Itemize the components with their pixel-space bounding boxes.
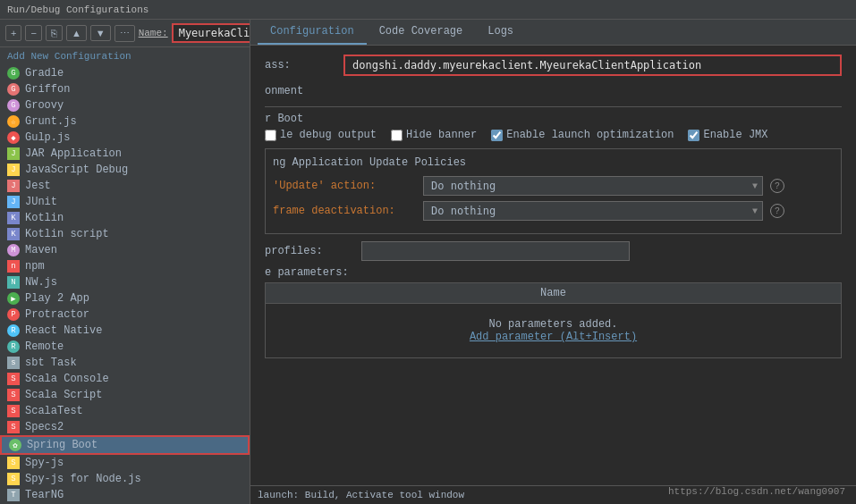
sidebar-item-kotlin[interactable]: KKotlin — [0, 210, 250, 226]
icon-maven: M — [7, 244, 20, 256]
update-action-help[interactable]: ? — [770, 179, 784, 193]
tab-logs[interactable]: Logs — [475, 20, 526, 45]
params-empty: No parameters added. Add parameter (Alt+… — [266, 304, 841, 357]
sidebar-item-scala-script[interactable]: SScala Script — [0, 387, 250, 403]
sidebar-label-kotlin-script: Kotlin script — [25, 228, 109, 240]
sidebar-item-protractor[interactable]: PProtractor — [0, 307, 250, 323]
enable-jmx-checkbox[interactable] — [688, 130, 699, 141]
sidebar-item-kotlin-script[interactable]: KKotlin script — [0, 226, 250, 242]
sidebar-item-groovy[interactable]: GGroovy — [0, 97, 250, 113]
icon-groovy: G — [7, 99, 20, 112]
sidebar-item-spy-js[interactable]: SSpy-js — [0, 455, 250, 471]
update-action-select[interactable]: Do nothing Update classes and resources … — [423, 176, 763, 196]
add-new-config[interactable]: Add New Configuration — [0, 47, 250, 65]
sidebar-item-remote[interactable]: RRemote — [0, 339, 250, 355]
sidebar-label-scalatest: ScalaTest — [25, 405, 83, 417]
icon-tearng: T — [7, 489, 20, 501]
frame-deactivation-select[interactable]: Do nothing Update classes and resources … — [423, 201, 763, 221]
sidebar-label-npm: npm — [25, 260, 45, 273]
no-params-text: No parameters added. — [273, 318, 834, 331]
sidebar-label-react-native: React Native — [25, 324, 102, 337]
more-button[interactable]: ⋯ — [114, 25, 135, 42]
frame-deactivation-help[interactable]: ? — [770, 204, 784, 218]
params-section: e parameters: Name No parameters added. … — [265, 266, 842, 358]
icon-protractor: P — [7, 308, 20, 321]
class-row: ass: — [265, 55, 842, 76]
frame-deactivation-row: frame deactivation: Do nothing Update cl… — [273, 201, 834, 221]
sidebar-item-play-2-app[interactable]: ▶Play 2 App — [0, 290, 250, 307]
sidebar-label-spring-boot: Spring Boot — [27, 439, 97, 451]
debug-output-label: le debug output — [280, 129, 377, 141]
enable-jmx-label: Enable JMX — [703, 129, 767, 141]
sidebar-item-npm[interactable]: nnpm — [0, 258, 250, 274]
sidebar-item-jest[interactable]: JJest — [0, 178, 250, 194]
name-label: Name: — [139, 28, 168, 38]
sidebar-item-scalatest[interactable]: SScalaTest — [0, 403, 250, 419]
hide-banner-label: Hide banner — [406, 129, 477, 141]
icon-scala-console: S — [7, 373, 20, 385]
enable-launch-checkbox[interactable] — [491, 130, 503, 141]
sidebar-label-specs2: Specs2 — [25, 421, 64, 433]
sidebar-item-maven[interactable]: MMaven — [0, 242, 250, 258]
sidebar-item-griffon[interactable]: GGriffon — [0, 81, 250, 97]
icon-nw.js: N — [7, 276, 20, 289]
env-row: onment — [265, 85, 842, 97]
icon-kotlin-script: K — [7, 228, 20, 240]
spring-boot-section: r Boot le debug output Hide banner Enabl… — [265, 113, 842, 141]
icon-remote: R — [7, 340, 20, 353]
watermark: https://blog.csdn.net/wang0907 — [668, 486, 845, 497]
sidebar-label-spy-js: Spy-js — [25, 457, 64, 469]
sidebar-item-gulp.js[interactable]: ◆Gulp.js — [0, 130, 250, 146]
sidebar-label-sbt-task: sbt Task — [25, 357, 77, 369]
content-area: Configuration Code Coverage Logs ass: on… — [250, 20, 856, 504]
checkboxes-row: le debug output Hide banner Enable launc… — [265, 129, 842, 141]
sidebar: + − ⎘ ▲ ▼ ⋯ Name: Add New Configuration … — [0, 20, 250, 504]
sidebar-item-gradle[interactable]: GGradle — [0, 65, 250, 81]
policies-title: ng Application Update Policies — [273, 156, 834, 169]
sidebar-toolbar: + − ⎘ ▲ ▼ ⋯ Name: — [0, 20, 250, 47]
tab-configuration[interactable]: Configuration — [258, 20, 367, 45]
sidebar-label-jar-application: JAR Application — [25, 147, 122, 160]
class-input[interactable] — [343, 55, 842, 76]
sidebar-item-spring-boot[interactable]: ✿Spring Boot — [0, 435, 250, 455]
enable-launch-item: Enable launch optimization — [491, 129, 674, 141]
sidebar-item-jar-application[interactable]: JJAR Application — [0, 146, 250, 162]
sidebar-label-griffon: Griffon — [25, 83, 70, 96]
debug-output-checkbox[interactable] — [265, 130, 276, 141]
profiles-label: profiles: — [265, 245, 354, 257]
sidebar-item-specs2[interactable]: SSpecs2 — [0, 419, 250, 435]
sidebar-label-groovy: Groovy — [25, 99, 64, 112]
config-name-input[interactable] — [172, 23, 250, 43]
sidebar-item-grunt.js[interactable]: ☆Grunt.js — [0, 113, 250, 130]
icon-gradle: G — [7, 67, 20, 80]
sidebar-item-spy-js-for-node.js[interactable]: SSpy-js for Node.js — [0, 471, 250, 487]
policies-section: ng Application Update Policies 'Update' … — [265, 148, 842, 234]
frame-deactivation-label: frame deactivation: — [273, 205, 416, 217]
move-up-button[interactable]: ▲ — [66, 25, 87, 41]
sidebar-item-junit[interactable]: JJUnit — [0, 194, 250, 210]
icon-scala-script: S — [7, 389, 20, 401]
sidebar-item-nw.js[interactable]: NNW.js — [0, 274, 250, 290]
sidebar-label-jest: Jest — [25, 180, 51, 192]
add-param-link[interactable]: Add parameter (Alt+Insert) — [470, 331, 637, 343]
sidebar-item-scala-console[interactable]: SScala Console — [0, 371, 250, 387]
remove-config-button[interactable]: − — [25, 25, 41, 41]
sidebar-item-javascript-debug[interactable]: JJavaScript Debug — [0, 162, 250, 178]
hide-banner-checkbox[interactable] — [391, 130, 403, 141]
copy-config-button[interactable]: ⎘ — [46, 25, 63, 41]
sidebar-item-tearng[interactable]: TTearNG — [0, 487, 250, 503]
profiles-input[interactable] — [361, 241, 630, 261]
sidebar-list: GGradleGGriffonGGroovy☆Grunt.js◆Gulp.jsJ… — [0, 65, 250, 503]
move-down-button[interactable]: ▼ — [90, 25, 111, 41]
params-table: Name No parameters added. Add parameter … — [265, 282, 842, 358]
sidebar-label-javascript-debug: JavaScript Debug — [25, 164, 128, 176]
add-config-button[interactable]: + — [5, 25, 21, 41]
sidebar-item-sbt-task[interactable]: ssbt Task — [0, 355, 250, 371]
tab-code-coverage[interactable]: Code Coverage — [367, 20, 476, 45]
config-content: ass: onment r Boot le debug output — [250, 46, 856, 485]
sidebar-label-tearng: TearNG — [25, 489, 64, 501]
icon-grunt.js: ☆ — [7, 115, 20, 128]
sidebar-item-react-native[interactable]: RReact Native — [0, 323, 250, 339]
icon-javascript-debug: J — [7, 164, 20, 176]
update-action-row: 'Update' action: Do nothing Update class… — [273, 176, 834, 196]
